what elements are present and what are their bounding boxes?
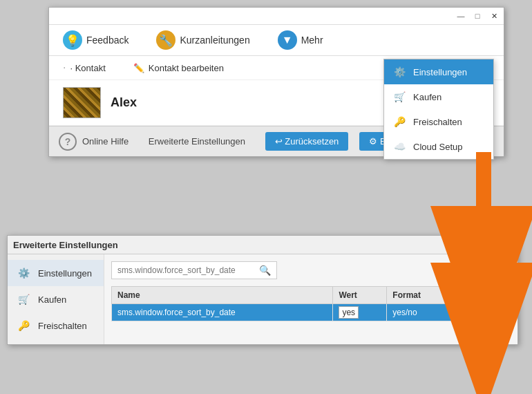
shortcuts-icon: 🔧 (156, 30, 175, 50)
reset-button[interactable]: ↩ Zurücksetzen (265, 132, 349, 151)
cart-icon: 🛒 (392, 90, 406, 104)
adv-title-bar: Erweiterte Einstellungen — ✕ (8, 236, 517, 254)
feedback-toolbar-item[interactable]: 💡 Feedback (63, 30, 129, 50)
table-row[interactable]: sms.window.force_sort_by_date yes yes/no (112, 304, 511, 321)
key-icon: 🔑 (392, 115, 406, 129)
row-format-cell: yes/no (387, 304, 455, 321)
more-icon: ▼ (278, 30, 297, 50)
help-icon: ? (59, 133, 77, 151)
adv-sidebar-kaufen-label: Kaufen (38, 294, 66, 305)
kontakt-item[interactable]: · · Kontakt (63, 62, 106, 74)
dropdown-item-einstellungen[interactable]: ⚙️ Einstellungen (384, 59, 493, 84)
pencil-icon: ✏️ (133, 63, 144, 73)
adv-minimize-button[interactable]: — (479, 238, 494, 251)
kontakt-label: · Kontakt (70, 63, 105, 73)
bearbeiten-label: Kontakt bearbeiten (149, 63, 224, 73)
row-bereich-cell (455, 304, 510, 321)
toolbar: 💡 Feedback 🔧 Kurzanleitungen ▼ Mehr (49, 25, 504, 56)
value-box: yes (339, 306, 359, 319)
adv-close-button[interactable]: ✕ (497, 238, 512, 251)
dropdown-kaufen-label: Kaufen (413, 92, 441, 102)
col-bereich: Berei (455, 287, 510, 304)
cloud-icon: ☁️ (392, 140, 406, 153)
gear-icon: ⚙️ (392, 65, 406, 79)
avatar-pattern (64, 88, 100, 118)
help-section: ? Online Hilfe (59, 133, 129, 151)
avatar (63, 87, 101, 118)
adv-body: ⚙️ Einstellungen 🛒 Kaufen 🔑 Freischalten… (8, 254, 517, 344)
more-toolbar-item[interactable]: ▼ Mehr (278, 30, 323, 50)
feedback-label: Feedback (86, 35, 129, 46)
adv-gear-icon: ⚙️ (16, 265, 31, 281)
search-input[interactable] (117, 265, 259, 275)
adv-key-icon: 🔑 (16, 318, 31, 333)
username: Alex (111, 95, 137, 110)
dot-icon: · (63, 62, 66, 74)
adv-content: 🔍 Name Wert Format Berei sms.window.forc… (104, 254, 517, 344)
row-name-cell: sms.window.force_sort_by_date (112, 304, 333, 321)
title-bar: — □ ✕ (49, 8, 504, 25)
maximize-button[interactable]: □ (472, 10, 483, 21)
search-icon: 🔍 (259, 265, 271, 276)
search-bar[interactable]: 🔍 (111, 261, 277, 279)
dropdown-item-kaufen[interactable]: 🛒 Kaufen (384, 84, 493, 109)
dropdown-cloud-label: Cloud Setup (413, 142, 463, 152)
dropdown-freischalten-label: Freischalten (413, 117, 462, 127)
settings-label: Erweiterte Einstellungen (140, 136, 254, 147)
shortcuts-toolbar-item[interactable]: 🔧 Kurzanleitungen (156, 30, 249, 50)
kontakt-bearbeiten-item[interactable]: ✏️ Kontakt bearbeiten (133, 63, 224, 73)
close-button[interactable]: ✕ (488, 10, 500, 21)
adv-window-title: Erweiterte Einstellungen (13, 240, 118, 250)
dropdown-item-freischalten[interactable]: 🔑 Freischalten (384, 109, 493, 134)
dropdown-einstellungen-label: Einstellungen (413, 67, 467, 77)
adv-sidebar-item-einstellungen[interactable]: ⚙️ Einstellungen (8, 260, 104, 286)
col-name: Name (112, 287, 333, 304)
adv-sidebar-item-freischalten[interactable]: 🔑 Freischalten (8, 312, 104, 339)
adv-sidebar-einstellungen-label: Einstellungen (38, 268, 92, 279)
help-label: Online Hilfe (82, 136, 129, 147)
more-label: Mehr (301, 35, 323, 46)
dropdown-item-cloud[interactable]: ☁️ Cloud Setup (384, 134, 493, 159)
adv-title-buttons: — ✕ (479, 238, 512, 251)
shortcuts-label: Kurzanleitungen (180, 35, 249, 46)
col-wert: Wert (333, 287, 387, 304)
adv-sidebar: ⚙️ Einstellungen 🛒 Kaufen 🔑 Freischalten (8, 254, 104, 344)
advanced-settings-window: Erweiterte Einstellungen — ✕ ⚙️ Einstell… (7, 235, 518, 345)
adv-cart-icon: 🛒 (16, 292, 31, 307)
col-format: Format (387, 287, 455, 304)
dropdown-menu: ⚙️ Einstellungen 🛒 Kaufen 🔑 Freischalten… (383, 59, 494, 160)
row-wert-cell: yes (333, 304, 387, 321)
adv-sidebar-freischalten-label: Freischalten (38, 321, 87, 331)
adv-sidebar-item-kaufen[interactable]: 🛒 Kaufen (8, 286, 104, 312)
feedback-icon: 💡 (63, 30, 82, 50)
minimize-button[interactable]: — (455, 10, 466, 21)
adv-table: Name Wert Format Berei sms.window.force_… (111, 286, 511, 321)
